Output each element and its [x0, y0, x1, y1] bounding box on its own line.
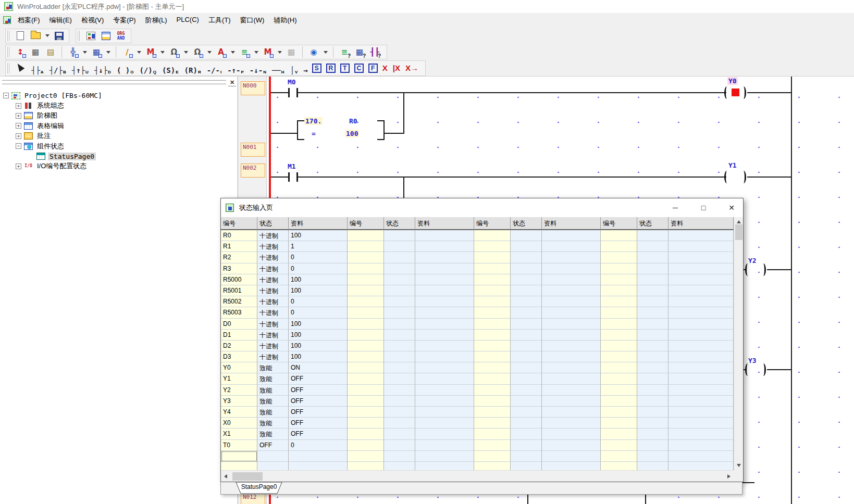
- status-cell[interactable]: [637, 252, 669, 263]
- status-cell[interactable]: 十进制: [257, 274, 289, 285]
- status-cell[interactable]: 100: [289, 351, 348, 362]
- status-cell[interactable]: 十进制: [257, 252, 289, 263]
- status-cell[interactable]: 0: [289, 307, 348, 318]
- status-cell[interactable]: [669, 429, 734, 439]
- status-cell[interactable]: [669, 385, 734, 396]
- status-cell[interactable]: [221, 451, 257, 462]
- column-header[interactable]: 编号: [474, 217, 511, 230]
- expand-icon[interactable]: +: [16, 123, 21, 129]
- status-cell[interactable]: [511, 462, 542, 470]
- status-cell[interactable]: R1: [221, 241, 257, 252]
- status-cell[interactable]: [669, 341, 734, 351]
- status-cell[interactable]: [542, 307, 601, 318]
- status-cell[interactable]: [348, 274, 384, 285]
- status-cell[interactable]: 0: [289, 263, 348, 274]
- compare-block-right-bracket[interactable]: [377, 120, 385, 140]
- status-cell[interactable]: 100: [289, 330, 348, 341]
- status-cell[interactable]: [637, 418, 669, 429]
- status-cell[interactable]: [511, 418, 542, 429]
- status-cell[interactable]: [637, 296, 669, 307]
- toolbar-grip[interactable]: [7, 31, 10, 41]
- delete-tool-0[interactable]: X: [382, 64, 388, 72]
- status-cell[interactable]: [384, 230, 415, 241]
- mdi-child-icon[interactable]: [3, 16, 11, 24]
- horizontal-scroll-thumb[interactable]: [232, 472, 263, 481]
- status-cell[interactable]: [415, 296, 474, 307]
- column-header[interactable]: 编号: [348, 217, 384, 230]
- status-cell[interactable]: [542, 429, 601, 439]
- status-cell[interactable]: [669, 296, 734, 307]
- column-header[interactable]: 资料: [289, 217, 348, 230]
- status-cell[interactable]: [601, 252, 637, 263]
- status-cell[interactable]: [637, 351, 669, 362]
- status-cell[interactable]: [415, 440, 474, 451]
- status-cell[interactable]: [415, 396, 474, 407]
- status-cell[interactable]: [348, 429, 384, 439]
- status-cell[interactable]: [474, 462, 511, 470]
- toolbar-grip[interactable]: [7, 63, 10, 73]
- status-cell[interactable]: [542, 252, 601, 263]
- status-cell[interactable]: [474, 330, 511, 341]
- online-monitor-dropdown[interactable]: [159, 46, 166, 58]
- status-cell[interactable]: [415, 462, 474, 470]
- status-cell[interactable]: [669, 451, 734, 462]
- online-edit-button[interactable]: A: [214, 46, 228, 58]
- status-cell[interactable]: 十进制: [257, 351, 289, 362]
- status-cell[interactable]: R5002: [221, 296, 257, 307]
- status-cell[interactable]: [542, 462, 601, 470]
- column-header[interactable]: 编号: [601, 217, 637, 230]
- ladder-window-button[interactable]: ▦: [90, 46, 103, 58]
- tab-statuspage0[interactable]: StatusPage0: [236, 482, 282, 494]
- column-header[interactable]: 编号: [221, 217, 257, 230]
- coil-y3[interactable]: [761, 363, 766, 376]
- status-cell[interactable]: [384, 341, 415, 351]
- coil-y0[interactable]: [724, 86, 729, 99]
- maximize-button[interactable]: □: [692, 200, 715, 215]
- compare-block-left-bracket[interactable]: [297, 120, 304, 140]
- ladder-tool-R[interactable]: (R)R: [183, 61, 203, 75]
- status-cell[interactable]: [415, 351, 474, 362]
- collapse-icon[interactable]: −: [3, 93, 9, 98]
- status-cell[interactable]: 十进制: [257, 319, 289, 330]
- status-cell[interactable]: OFF: [289, 385, 348, 396]
- status-cell[interactable]: [415, 230, 474, 241]
- status-cell[interactable]: [601, 418, 637, 429]
- status-cell[interactable]: [601, 230, 637, 241]
- ladder-window-dropdown[interactable]: [105, 46, 112, 58]
- status-cell[interactable]: [348, 263, 384, 274]
- status-cell[interactable]: [474, 451, 511, 462]
- status-cell[interactable]: [511, 351, 542, 362]
- status-cell[interactable]: [669, 319, 734, 330]
- status-cell[interactable]: [415, 362, 474, 373]
- status-cell[interactable]: [348, 330, 384, 341]
- element-list-button[interactable]: ≡: [238, 46, 251, 58]
- status-cell[interactable]: [415, 252, 474, 263]
- menu-item[interactable]: 工具(T): [204, 14, 236, 27]
- online-monitor-button[interactable]: M: [144, 46, 157, 58]
- status-cell[interactable]: D2: [221, 341, 257, 351]
- status-cell[interactable]: [384, 351, 415, 362]
- status-cell[interactable]: OFF: [289, 396, 348, 407]
- status-cell[interactable]: [669, 263, 734, 274]
- edit-pencil-button[interactable]: ∕: [120, 46, 134, 58]
- column-header[interactable]: 状态: [384, 217, 415, 230]
- status-cell[interactable]: [474, 241, 511, 252]
- status-cell[interactable]: D1: [221, 330, 257, 341]
- new-file-button[interactable]: [14, 30, 27, 42]
- status-cell[interactable]: 致能: [257, 373, 289, 384]
- status-cell[interactable]: [348, 252, 384, 263]
- status-cell[interactable]: [542, 241, 601, 252]
- status-cell[interactable]: ON: [289, 362, 348, 373]
- status-cell[interactable]: [511, 341, 542, 351]
- collapse-icon[interactable]: −: [16, 143, 21, 149]
- status-cell[interactable]: [542, 440, 601, 451]
- tree-item-[interactable]: −组件状态: [0, 141, 238, 151]
- status-cell[interactable]: [601, 429, 637, 439]
- coil-y2[interactable]: [761, 263, 766, 276]
- status-cell[interactable]: [542, 351, 601, 362]
- status-cell[interactable]: [474, 341, 511, 351]
- status-cell[interactable]: [511, 285, 542, 296]
- tree-item-[interactable]: +批注: [0, 131, 238, 141]
- ladder-tool-U[interactable]: ┤↑├U: [70, 61, 90, 75]
- status-cell[interactable]: OFF: [289, 429, 348, 439]
